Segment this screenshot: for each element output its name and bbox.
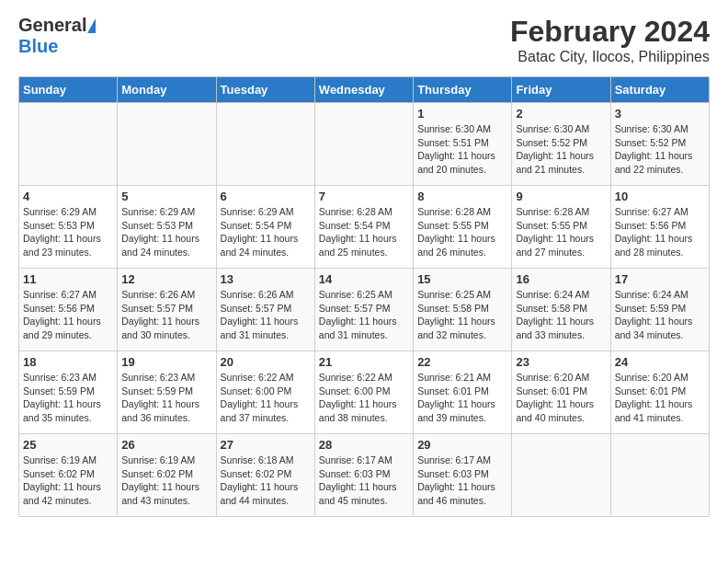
- cell-content: Daylight: 11 hours and 30 minutes.: [121, 315, 211, 341]
- cell-content: Daylight: 11 hours and 27 minutes.: [516, 232, 606, 259]
- day-number: 28: [319, 438, 409, 452]
- header-cell-thursday: Thursday: [414, 77, 512, 103]
- calendar-cell: 5Sunrise: 6:29 AMSunset: 5:53 PMDaylight…: [118, 186, 216, 269]
- day-number: 1: [417, 107, 507, 121]
- cell-content: Daylight: 11 hours and 28 minutes.: [615, 232, 705, 259]
- calendar-cell: 25Sunrise: 6:19 AMSunset: 6:02 PMDayligh…: [19, 434, 118, 517]
- day-number: 20: [221, 355, 311, 369]
- day-number: 23: [516, 355, 606, 369]
- cell-content: Daylight: 11 hours and 42 minutes.: [23, 480, 113, 507]
- cell-content: Daylight: 11 hours and 34 minutes.: [615, 315, 705, 341]
- calendar-body: 1Sunrise: 6:30 AMSunset: 5:51 PMDaylight…: [19, 103, 710, 517]
- cell-content: Daylight: 11 hours and 43 minutes.: [121, 480, 211, 507]
- cell-content: Sunrise: 6:27 AM: [23, 288, 113, 302]
- cell-content: Sunrise: 6:30 AM: [417, 122, 507, 136]
- calendar-cell: 29Sunrise: 6:17 AMSunset: 6:03 PMDayligh…: [414, 434, 512, 517]
- calendar-cell: 14Sunrise: 6:25 AMSunset: 5:57 PMDayligh…: [314, 269, 413, 351]
- calendar-subtitle: Batac City, Ilocos, Philippines: [510, 49, 710, 65]
- calendar-cell: [512, 434, 610, 517]
- cell-content: Daylight: 11 hours and 20 minutes.: [417, 149, 507, 176]
- calendar-cell: [19, 103, 118, 186]
- logo-general: General: [18, 15, 86, 36]
- day-number: 4: [23, 190, 113, 203]
- calendar-cell: [216, 103, 314, 186]
- cell-content: Sunset: 5:57 PM: [319, 302, 409, 316]
- calendar-header: SundayMondayTuesdayWednesdayThursdayFrid…: [19, 77, 710, 103]
- cell-content: Sunrise: 6:20 AM: [516, 371, 606, 385]
- cell-content: Daylight: 11 hours and 22 minutes.: [615, 149, 705, 176]
- calendar-cell: 15Sunrise: 6:25 AMSunset: 5:58 PMDayligh…: [414, 269, 512, 351]
- calendar-cell: 16Sunrise: 6:24 AMSunset: 5:58 PMDayligh…: [512, 269, 610, 351]
- cell-content: Sunrise: 6:20 AM: [615, 371, 705, 385]
- day-number: 27: [221, 438, 311, 452]
- cell-content: Sunset: 5:55 PM: [516, 219, 606, 233]
- cell-content: Sunset: 5:55 PM: [417, 219, 507, 233]
- cell-content: Sunrise: 6:19 AM: [23, 454, 113, 467]
- cell-content: Sunrise: 6:30 AM: [516, 122, 606, 136]
- day-number: 7: [319, 190, 409, 203]
- header-cell-friday: Friday: [512, 77, 610, 103]
- day-number: 26: [121, 438, 211, 452]
- cell-content: Sunrise: 6:22 AM: [319, 371, 409, 385]
- cell-content: Daylight: 11 hours and 35 minutes.: [23, 397, 113, 424]
- day-number: 11: [23, 272, 113, 286]
- calendar-title: February 2024: [510, 15, 710, 49]
- cell-content: Sunrise: 6:23 AM: [121, 371, 211, 385]
- cell-content: Sunset: 5:52 PM: [615, 136, 705, 150]
- cell-content: Sunrise: 6:25 AM: [417, 288, 507, 302]
- cell-content: Sunset: 6:03 PM: [319, 467, 409, 481]
- cell-content: Sunset: 5:59 PM: [23, 385, 113, 398]
- cell-content: Sunset: 5:57 PM: [221, 302, 311, 316]
- day-number: 6: [221, 190, 311, 203]
- week-row-0: 1Sunrise: 6:30 AMSunset: 5:51 PMDaylight…: [19, 103, 710, 186]
- week-row-2: 11Sunrise: 6:27 AMSunset: 5:56 PMDayligh…: [19, 269, 710, 351]
- day-number: 19: [121, 355, 211, 369]
- cell-content: Sunset: 5:51 PM: [417, 136, 507, 150]
- day-number: 15: [417, 272, 507, 286]
- cell-content: Sunset: 6:01 PM: [615, 385, 705, 398]
- calendar-cell: 4Sunrise: 6:29 AMSunset: 5:53 PMDaylight…: [19, 186, 118, 269]
- week-row-3: 18Sunrise: 6:23 AMSunset: 5:59 PMDayligh…: [19, 351, 710, 434]
- cell-content: Sunset: 5:56 PM: [615, 219, 705, 233]
- calendar-cell: [314, 103, 413, 186]
- cell-content: Sunset: 6:02 PM: [221, 467, 311, 481]
- calendar-cell: 19Sunrise: 6:23 AMSunset: 5:59 PMDayligh…: [118, 351, 216, 434]
- cell-content: Sunset: 5:53 PM: [121, 219, 211, 233]
- calendar-cell: 10Sunrise: 6:27 AMSunset: 5:56 PMDayligh…: [610, 186, 709, 269]
- cell-content: Sunset: 6:03 PM: [417, 467, 507, 481]
- cell-content: Sunset: 5:58 PM: [417, 302, 507, 316]
- calendar-cell: 26Sunrise: 6:19 AMSunset: 6:02 PMDayligh…: [118, 434, 216, 517]
- cell-content: Sunrise: 6:30 AM: [615, 122, 705, 136]
- day-number: 5: [121, 190, 211, 203]
- calendar-cell: [118, 103, 216, 186]
- calendar-cell: 9Sunrise: 6:28 AMSunset: 5:55 PMDaylight…: [512, 186, 610, 269]
- cell-content: Sunrise: 6:21 AM: [417, 371, 507, 385]
- cell-content: Daylight: 11 hours and 31 minutes.: [319, 315, 409, 341]
- header-cell-saturday: Saturday: [610, 77, 709, 103]
- calendar-cell: [610, 434, 709, 517]
- cell-content: Daylight: 11 hours and 38 minutes.: [319, 397, 409, 424]
- logo: General Blue: [18, 15, 96, 57]
- cell-content: Sunset: 5:54 PM: [221, 219, 311, 233]
- cell-content: Sunset: 6:02 PM: [23, 467, 113, 481]
- calendar-cell: 8Sunrise: 6:28 AMSunset: 5:55 PMDaylight…: [414, 186, 512, 269]
- day-number: 22: [417, 355, 507, 369]
- cell-content: Sunset: 6:01 PM: [417, 385, 507, 398]
- day-number: 24: [615, 355, 705, 369]
- header-row: SundayMondayTuesdayWednesdayThursdayFrid…: [19, 77, 710, 103]
- calendar-cell: 1Sunrise: 6:30 AMSunset: 5:51 PMDaylight…: [414, 103, 512, 186]
- cell-content: Sunrise: 6:24 AM: [516, 288, 606, 302]
- logo-blue: Blue: [18, 36, 58, 57]
- cell-content: Daylight: 11 hours and 31 minutes.: [221, 315, 311, 341]
- logo-triangle-icon: [87, 18, 96, 33]
- day-number: 13: [221, 272, 311, 286]
- cell-content: Sunrise: 6:24 AM: [615, 288, 705, 302]
- cell-content: Daylight: 11 hours and 40 minutes.: [516, 397, 606, 424]
- day-number: 2: [516, 107, 606, 121]
- cell-content: Sunset: 5:54 PM: [319, 219, 409, 233]
- cell-content: Sunrise: 6:28 AM: [516, 205, 606, 219]
- header-cell-tuesday: Tuesday: [216, 77, 314, 103]
- cell-content: Daylight: 11 hours and 32 minutes.: [417, 315, 507, 341]
- cell-content: Sunset: 5:59 PM: [615, 302, 705, 316]
- calendar-cell: 27Sunrise: 6:18 AMSunset: 6:02 PMDayligh…: [216, 434, 314, 517]
